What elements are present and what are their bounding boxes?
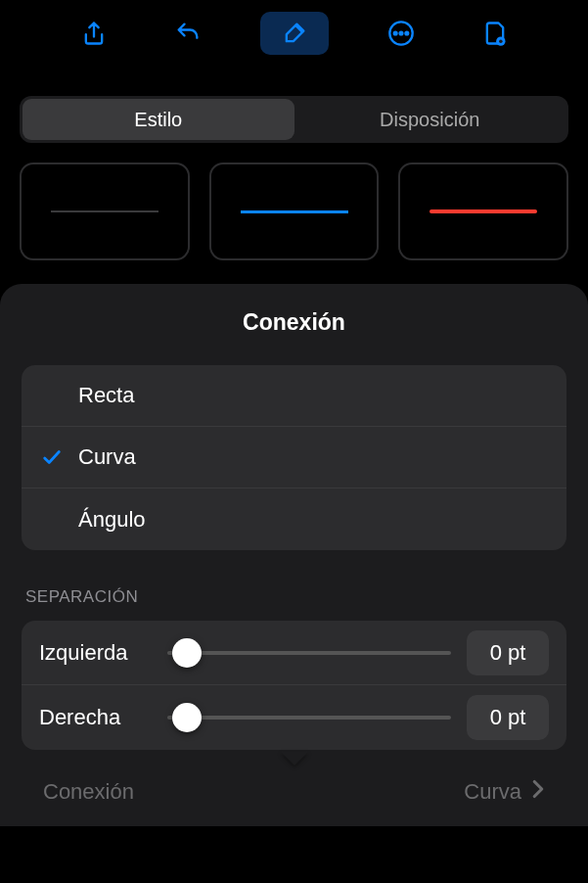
option-angulo[interactable]: Ángulo: [22, 488, 566, 550]
connection-summary-row[interactable]: Conexión Curva: [22, 758, 566, 826]
svg-point-2: [399, 32, 402, 35]
slider-thumb[interactable]: [172, 638, 202, 668]
slider-right-row: Derecha 0 pt: [22, 685, 566, 750]
slider-right[interactable]: [167, 716, 451, 720]
document-icon: [481, 20, 509, 47]
tab-layout[interactable]: Disposición: [294, 99, 566, 140]
more-icon: [387, 20, 415, 47]
top-toolbar: [0, 0, 588, 67]
tab-style[interactable]: Estilo: [23, 99, 294, 140]
undo-icon: [174, 20, 202, 47]
option-curva[interactable]: Curva: [22, 427, 566, 488]
checkmark-icon: [41, 446, 72, 468]
more-button[interactable]: [380, 12, 423, 55]
undo-button[interactable]: [166, 12, 209, 55]
share-button[interactable]: [72, 12, 115, 55]
slider-value-right[interactable]: 0 pt: [467, 695, 549, 740]
line-style-row: [0, 163, 588, 284]
line-style-2[interactable]: [209, 163, 380, 260]
connection-type-group: Recta Curva Ángulo: [22, 365, 566, 550]
option-label: Curva: [72, 444, 547, 470]
slider-label-right: Derecha: [39, 705, 152, 730]
svg-point-3: [405, 32, 408, 35]
line-preview-blue: [241, 210, 348, 213]
line-style-3[interactable]: [398, 163, 568, 260]
slider-left-row: Izquierda 0 pt: [22, 621, 566, 685]
chevron-right-icon: [531, 779, 545, 805]
option-label: Ángulo: [72, 507, 547, 533]
summary-value: Curva: [464, 779, 521, 805]
segmented-control: Estilo Disposición: [20, 96, 568, 143]
line-style-1[interactable]: [20, 163, 190, 260]
separation-header: SEPARACIÓN: [25, 587, 563, 607]
option-label: Recta: [72, 383, 547, 408]
format-button[interactable]: [260, 12, 329, 55]
segmented-control-wrap: Estilo Disposición: [0, 67, 588, 163]
slider-left[interactable]: [167, 651, 451, 655]
line-preview-red: [430, 209, 537, 213]
line-preview-dark: [51, 210, 158, 212]
sheet-title: Conexión: [22, 309, 566, 336]
document-button[interactable]: [474, 12, 517, 55]
slider-thumb[interactable]: [172, 703, 202, 732]
slider-value-left[interactable]: 0 pt: [467, 630, 549, 675]
share-icon: [80, 20, 108, 47]
slider-label-left: Izquierda: [39, 640, 152, 666]
brush-icon: [281, 20, 308, 47]
option-recta[interactable]: Recta: [22, 365, 566, 427]
summary-label: Conexión: [43, 779, 134, 805]
sheet-pointer: [281, 752, 308, 766]
connection-sheet: Conexión Recta Curva Ángulo SEPARACIÓN I…: [0, 284, 588, 826]
svg-point-5: [499, 39, 502, 43]
separation-group: Izquierda 0 pt Derecha 0 pt: [22, 621, 566, 750]
svg-point-1: [393, 32, 396, 35]
